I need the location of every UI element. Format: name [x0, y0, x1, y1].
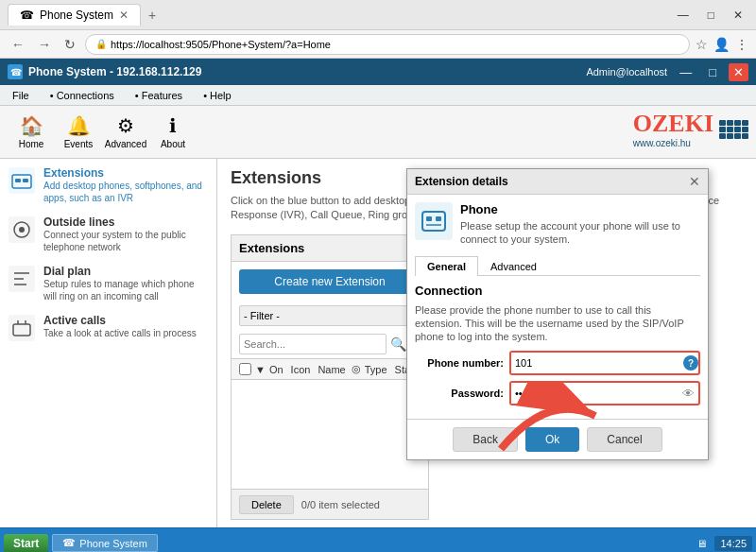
browser-nav-bar: ← → ↻ 🔒 https://localhost:9505/Phone+Sys… — [0, 30, 756, 59]
svg-rect-17 — [415, 202, 453, 240]
outside-title[interactable]: Outside lines — [43, 216, 209, 229]
delete-button[interactable]: Delete — [239, 495, 294, 514]
events-icon: 🔔 — [67, 114, 91, 137]
address-bar[interactable]: 🔒 https://localhost:9505/Phone+System/?a… — [85, 34, 690, 55]
ok-button[interactable]: Ok — [525, 427, 579, 452]
tabs-bar: General Advanced — [415, 256, 700, 276]
events-label: Events — [64, 139, 94, 149]
password-row: Password: 👁 — [415, 381, 700, 405]
start-button[interactable]: Start — [4, 534, 48, 553]
col-name: Name — [318, 364, 345, 375]
about-button[interactable]: ℹ About — [149, 110, 197, 155]
advanced-icon: ⚙ — [117, 114, 134, 137]
browser-title-bar: ☎ Phone System ✕ + — □ ✕ — [0, 0, 756, 30]
sidebar-section-dial: Dial plan Setup rules to manage which ph… — [8, 265, 209, 302]
new-tab-button[interactable]: + — [141, 4, 163, 26]
star-button[interactable]: ☆ — [696, 37, 708, 52]
ext-details-close-button[interactable]: ✕ — [689, 174, 700, 189]
svg-point-8 — [19, 227, 25, 233]
phone-icon — [415, 202, 453, 240]
password-input[interactable] — [511, 383, 679, 404]
app-maximize-button[interactable]: □ — [704, 63, 721, 81]
lock-icon: 🔒 — [95, 39, 107, 49]
taskbar-clock: 14:25 — [714, 536, 752, 551]
password-label: Password: — [415, 388, 509, 399]
tab-general[interactable]: General — [415, 256, 478, 276]
extensions-panel: Extensions Create new Extension - Filter… — [231, 234, 429, 520]
refresh-button[interactable]: ↻ — [60, 35, 79, 54]
browser-close-button[interactable]: ✕ — [728, 7, 748, 24]
active-desc: Take a look at active calls in process — [43, 327, 197, 339]
advanced-button[interactable]: ⚙ Advanced — [102, 110, 149, 155]
search-input[interactable] — [239, 334, 387, 354]
tab-close-icon[interactable]: ✕ — [119, 9, 129, 22]
sidebar-section-outside: Outside lines Connect your system to the… — [8, 216, 209, 253]
taskbar-right: 🖥 14:25 — [696, 536, 752, 551]
phone-section: Phone Please setup the account your phon… — [415, 202, 700, 247]
profile-button[interactable]: 👤 — [713, 37, 730, 52]
sidebar: Extensions Add desktop phones, softphone… — [0, 159, 217, 527]
dial-nav-icon — [8, 265, 36, 293]
search-button[interactable]: 🔍 — [390, 336, 406, 352]
home-button[interactable]: 🏠 Home — [8, 110, 55, 155]
ext-details-body: Phone Please setup the account your phon… — [407, 195, 708, 419]
phone-number-input[interactable] — [511, 353, 683, 373]
svg-rect-4 — [15, 179, 21, 182]
browser-tab[interactable]: ☎ Phone System ✕ — [8, 4, 141, 26]
events-button[interactable]: 🔔 Events — [55, 110, 102, 155]
network-icon: 🖥 — [696, 538, 707, 549]
cancel-button[interactable]: Cancel — [587, 427, 662, 452]
app-title-right: Admin@localhost — □ ✕ — [586, 63, 748, 81]
col-on: On — [269, 364, 284, 375]
connection-desc: Please provide the phone number to use t… — [415, 303, 700, 344]
create-extension-button[interactable]: Create new Extension — [239, 269, 421, 294]
about-icon: ℹ — [169, 114, 177, 137]
app-icon: ☎ — [8, 64, 23, 79]
extensions-title[interactable]: Extensions — [43, 166, 209, 180]
sidebar-section-active: Active calls Take a look at active calls… — [8, 314, 209, 342]
ext-details-header: Extension details ✕ — [407, 169, 708, 195]
taskbar-phone-icon: ☎ — [62, 537, 76, 549]
outside-desc: Connect your system to the public teleph… — [43, 229, 209, 253]
extensions-desc: Add desktop phones, softphones, and apps… — [43, 180, 209, 204]
search-row: 🔍 ↻ — [232, 330, 428, 358]
active-title[interactable]: Active calls — [43, 314, 197, 327]
svg-rect-5 — [23, 179, 28, 182]
menu-help[interactable]: • Help — [195, 87, 240, 104]
browser-minimize-button[interactable]: — — [672, 7, 695, 24]
nav-icons: ☆ 👤 ⋮ — [696, 37, 748, 52]
app-user: Admin@localhost — [586, 66, 667, 78]
home-label: Home — [19, 139, 44, 149]
eye-icon[interactable]: 👁 — [679, 387, 698, 401]
menu-connections[interactable]: • Connections — [42, 87, 123, 104]
settings-button[interactable]: ⋮ — [735, 37, 748, 52]
app-minimize-button[interactable]: — — [675, 63, 696, 81]
dial-title[interactable]: Dial plan — [43, 265, 209, 278]
help-icon[interactable]: ? — [683, 355, 698, 371]
ozeki-text: OZEKI — [633, 110, 713, 138]
back-button[interactable]: Back — [453, 427, 518, 452]
taskbar-phone-system[interactable]: ☎ Phone System — [52, 534, 158, 552]
extensions-nav-icon — [8, 166, 36, 195]
app-menu-bar: File • Connections • Features • Help — [0, 85, 756, 106]
content-area: ◄ Extensions Click on the blue button to… — [217, 159, 756, 527]
select-all-checkbox[interactable] — [239, 363, 251, 375]
ozeki-grid — [719, 120, 748, 139]
app-close-button[interactable]: ✕ — [729, 63, 748, 81]
back-button[interactable]: ← — [8, 35, 28, 54]
filter-select[interactable]: - Filter - — [239, 305, 424, 326]
menu-file[interactable]: File — [4, 87, 38, 104]
menu-features[interactable]: • Features — [127, 87, 191, 104]
ozeki-logo: OZEKI www.ozeki.hu — [633, 110, 748, 148]
phone-section-title: Phone — [460, 202, 700, 216]
tab-advanced[interactable]: Advanced — [478, 256, 549, 276]
ext-list-area — [232, 380, 428, 474]
forward-button[interactable]: → — [34, 35, 55, 54]
app-body: Extensions Add desktop phones, softphone… — [0, 159, 756, 527]
taskbar-phone-label: Phone System — [79, 538, 147, 549]
app-window: ☎ Phone System - 192.168.112.129 Admin@l… — [0, 59, 756, 527]
taskbar: Start ☎ Phone System 🖥 14:25 — [0, 527, 756, 552]
app-title: Phone System - 192.168.112.129 — [28, 65, 586, 78]
browser-maximize-button[interactable]: □ — [702, 7, 720, 24]
items-selected: 0/0 item selected — [301, 499, 380, 510]
